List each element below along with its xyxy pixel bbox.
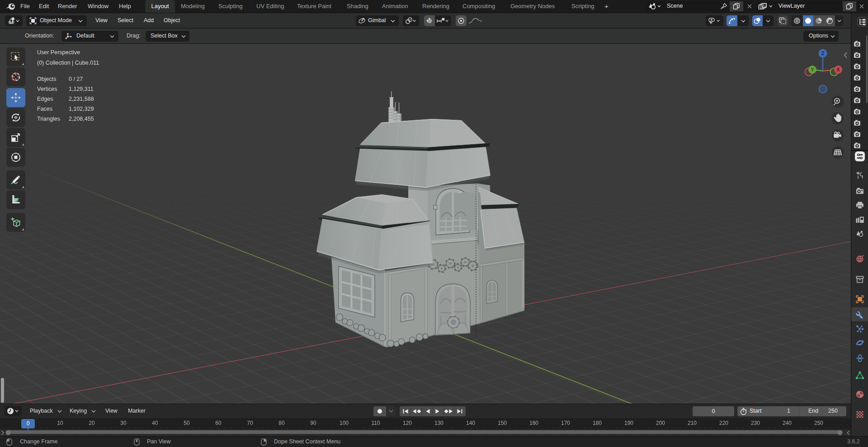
svg-text:X: X: [837, 67, 840, 72]
svg-text:Z: Z: [821, 51, 824, 56]
svg-text:Y: Y: [811, 67, 814, 72]
